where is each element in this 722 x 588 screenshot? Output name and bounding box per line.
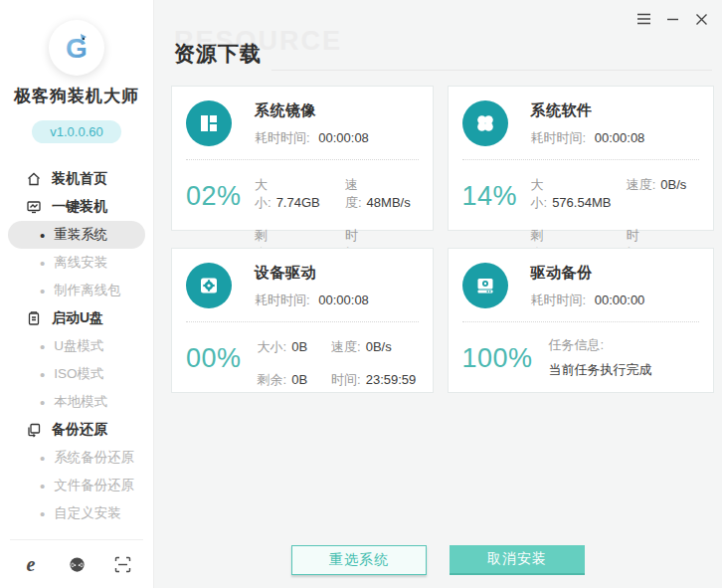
sidebar-item-custom-install[interactable]: • 自定义安装 xyxy=(0,499,153,527)
sidebar-item-label: ISO模式 xyxy=(54,365,103,383)
card-device-driver: 设备驱动 耗时时间: 00:00:08 00% 大小:0B 速度:0B/s 剩余… xyxy=(171,248,434,393)
elapsed-label: 耗时时间: xyxy=(255,130,310,145)
elapsed-label: 耗时时间: xyxy=(531,130,587,145)
card-driver-backup: 驱动备份 耗时时间: 00:00:00 100% 任务信息: 当前任务执行完成 xyxy=(448,248,715,393)
page-header: RESOURCE 资源下载 xyxy=(174,26,712,74)
sidebar-item-label: 本地模式 xyxy=(54,393,107,411)
sidebar-item-label: 离线安装 xyxy=(54,254,107,272)
sidebar-item-label: 系统备份还原 xyxy=(54,449,134,467)
sidebar-footer: e xyxy=(0,548,153,580)
elapsed-value: 00:00:00 xyxy=(595,293,645,307)
app-name: 极客狗装机大师 xyxy=(0,85,153,107)
elapsed-value: 00:00:08 xyxy=(595,130,645,145)
card-divider xyxy=(186,159,419,160)
device-gear-icon xyxy=(186,263,232,308)
usb-disk-icon xyxy=(26,310,42,326)
sidebar: G 极客狗装机大师 v1.0.0.60 装机首页 xyxy=(0,0,154,588)
bullet-icon: • xyxy=(40,395,45,410)
customer-service-icon[interactable] xyxy=(67,554,87,574)
sidebar-item-make-offline-pack[interactable]: • 制作离线包 xyxy=(0,277,153,304)
card-title: 设备驱动 xyxy=(255,264,369,283)
title-underline xyxy=(271,70,712,71)
sidebar-item-file-backup-restore[interactable]: • 文件备份还原 xyxy=(0,472,153,499)
progress-percent: 00% xyxy=(186,343,242,389)
sidebar-item-label: 启动U盘 xyxy=(52,309,103,327)
sidebar-item-local-mode[interactable]: • 本地模式 xyxy=(0,388,153,416)
elapsed-value: 00:00:08 xyxy=(318,130,369,145)
card-divider xyxy=(462,321,700,322)
bullet-icon: • xyxy=(40,256,45,271)
ie-browser-icon[interactable]: e xyxy=(21,554,41,574)
cancel-install-button[interactable]: 取消安装 xyxy=(450,545,585,575)
backup-restore-icon xyxy=(26,422,42,438)
task-info-label: 任务信息: xyxy=(549,336,652,354)
sidebar-item-label: 一键装机 xyxy=(52,198,107,216)
scan-icon[interactable] xyxy=(112,554,132,574)
apps-clover-icon xyxy=(462,100,508,146)
card-title: 系统软件 xyxy=(531,101,645,120)
bullet-icon: • xyxy=(40,284,45,298)
bullet-icon: • xyxy=(40,479,45,493)
card-divider xyxy=(186,321,419,322)
elapsed-label: 耗时时间: xyxy=(255,293,310,307)
download-cards: 系统镜像 耗时时间: 00:00:08 02% 大小:7.74GB 速度:48M… xyxy=(171,86,713,393)
sidebar-item-home[interactable]: 装机首页 xyxy=(0,165,153,193)
card-system-image: 系统镜像 耗时时间: 00:00:08 02% 大小:7.74GB 速度:48M… xyxy=(171,86,434,231)
footer-actions: 重选系统 取消安装 xyxy=(154,545,722,575)
sidebar-item-iso-mode[interactable]: • ISO模式 xyxy=(0,360,153,388)
bullet-icon: • xyxy=(40,451,45,466)
stat-speed: 速度:48MB/s xyxy=(345,176,419,212)
card-title: 驱动备份 xyxy=(531,264,645,283)
page-title: 资源下载 xyxy=(174,40,262,68)
sidebar-item-system-backup-restore[interactable]: • 系统备份还原 xyxy=(0,444,153,472)
sidebar-item-label: 制作离线包 xyxy=(54,282,121,299)
drive-backup-icon xyxy=(462,263,508,308)
stat-remaining: 剩余:0B xyxy=(258,371,308,389)
sidebar-item-boot-usb[interactable]: 启动U盘 xyxy=(0,304,153,332)
stat-time: 时间:23:59:59 xyxy=(331,371,416,389)
sidebar-item-offline-install[interactable]: • 离线安装 xyxy=(0,249,153,277)
sidebar-item-usb-mode[interactable]: • U盘模式 xyxy=(0,332,153,360)
sidebar-item-label: 文件备份还原 xyxy=(54,477,134,494)
progress-percent: 100% xyxy=(462,343,533,379)
stat-speed: 速度:0B/s xyxy=(331,338,416,356)
main-content: RESOURCE 资源下载 系统镜像 耗时时间: 00:00:08 xyxy=(154,0,722,588)
bullet-icon: • xyxy=(40,506,45,521)
sidebar-footer-divider xyxy=(10,539,143,540)
bullet-icon: • xyxy=(40,228,45,243)
sidebar-item-label: 装机首页 xyxy=(52,170,107,188)
windows-panes-icon xyxy=(186,100,232,146)
sidebar-item-label: 自定义安装 xyxy=(54,504,121,522)
monitor-chart-icon xyxy=(26,199,42,215)
version-badge: v1.0.0.60 xyxy=(32,120,121,143)
stat-size: 大小:7.74GB xyxy=(255,176,321,212)
sidebar-item-backup-restore[interactable]: 备份还原 xyxy=(0,416,153,444)
card-system-software: 系统软件 耗时时间: 00:00:08 14% 大小:576.54MB 速度:0… xyxy=(448,86,715,231)
card-divider xyxy=(462,159,700,160)
stat-speed: 速度:0B/s xyxy=(627,176,700,212)
home-icon xyxy=(26,171,42,187)
app-logo: G xyxy=(49,20,104,76)
task-status: 当前任务执行完成 xyxy=(549,361,652,379)
elapsed-label: 耗时时间: xyxy=(531,293,587,307)
sidebar-menu: 装机首页 一键装机 • 重装系统 • 离线安装 • 制作离线包 xyxy=(0,165,153,527)
sidebar-item-one-key-install[interactable]: 一键装机 xyxy=(0,193,153,221)
stat-size: 大小:576.54MB xyxy=(531,176,613,212)
bullet-icon: • xyxy=(40,367,45,382)
stat-size: 大小:0B xyxy=(258,338,308,356)
reselect-system-button[interactable]: 重选系统 xyxy=(291,545,427,575)
card-title: 系统镜像 xyxy=(255,101,369,120)
sidebar-item-label: 备份还原 xyxy=(52,421,107,439)
dog-logo-icon: G xyxy=(57,28,96,68)
bullet-icon: • xyxy=(40,339,45,354)
sidebar-item-label: U盘模式 xyxy=(54,337,103,355)
sidebar-item-label: 重装系统 xyxy=(54,226,107,244)
elapsed-value: 00:00:08 xyxy=(318,293,369,307)
sidebar-item-reinstall-system[interactable]: • 重装系统 xyxy=(8,221,145,249)
